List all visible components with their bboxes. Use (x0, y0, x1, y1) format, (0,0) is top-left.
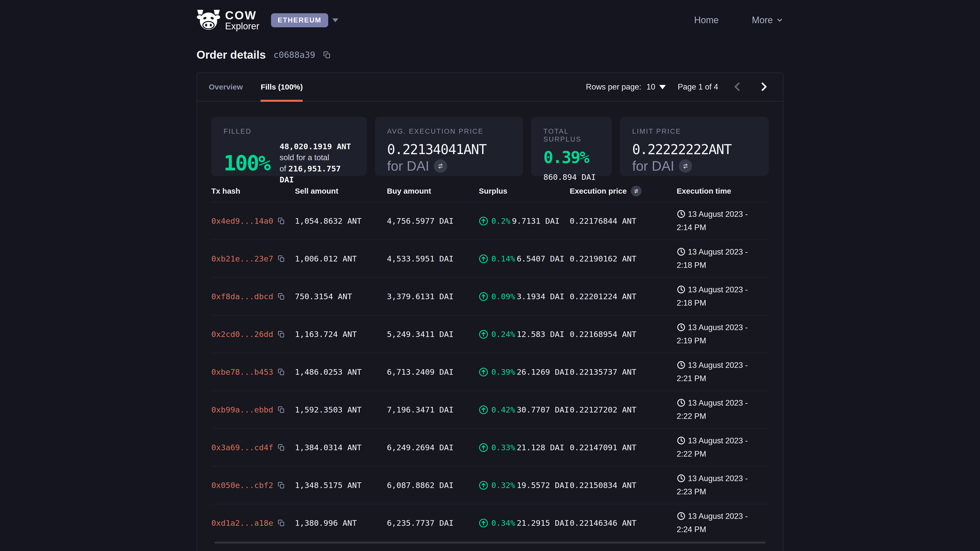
tx-hash-link[interactable]: 0x050e...cbf2 (211, 481, 273, 490)
rows-per-page-select[interactable]: 10 (646, 83, 666, 92)
surplus-cell: 0.42% 30.7707 DAI (479, 405, 570, 414)
surplus-percent: 0.39% (491, 367, 515, 376)
copy-tx-hash-button[interactable] (277, 444, 285, 451)
execution-price-invert-button[interactable] (631, 186, 641, 197)
total-surplus-card: TOTAL SURPLUS 0.39% 860.894 DAI (531, 117, 612, 176)
swap-icon (681, 162, 690, 170)
table-row: 0x3a69...cd4f 1,384.0314 ANT 6,249.2694 … (211, 428, 769, 466)
clock-icon (677, 474, 686, 486)
surplus-amount: 12.583 DAI (517, 330, 565, 339)
surplus-percent: 0.33% (491, 443, 515, 452)
order-details-panel: Overview Fills (100%) Rows per page: 10 … (197, 73, 783, 551)
table-row: 0x2cd0...26dd 1,163.724 ANT 5,249.3411 D… (211, 315, 769, 353)
surplus-amount: 30.7707 DAI (517, 405, 569, 414)
chevron-right-icon (758, 81, 770, 93)
tx-hash-link[interactable]: 0xbe78...b453 (211, 367, 273, 376)
clock-icon (677, 323, 686, 335)
top-navigation-bar: COW Explorer ETHEREUM Home More (197, 0, 783, 33)
surplus-amount: 19.5572 DAI (517, 481, 569, 490)
page-title: Order details (197, 48, 266, 61)
clock-icon (677, 285, 686, 297)
copy-tx-hash-button[interactable] (277, 368, 285, 376)
execution-price-cell: 0.22168954 ANT (570, 330, 676, 339)
page-indicator: Page 1 of 4 (678, 83, 718, 92)
execution-time-text: 13 August 2023 - 2:22 PM (677, 436, 748, 459)
tab-bar: Overview Fills (100%) Rows per page: 10 … (197, 73, 783, 102)
surplus-amount: 3.1934 DAI (517, 292, 565, 301)
rows-per-page-label: Rows per page: (586, 83, 641, 92)
nav-item-home[interactable]: Home (694, 15, 719, 25)
arrow-up-circle-icon (479, 481, 488, 490)
surplus-percent: 0.14% (491, 254, 515, 263)
sell-amount-cell: 1,486.0253 ANT (295, 367, 387, 376)
rows-per-page-value: 10 (646, 83, 655, 92)
copy-tx-hash-button[interactable] (277, 217, 285, 225)
table-row: 0xb99a...ebbd 1,592.3503 ANT 7,196.3471 … (211, 391, 769, 428)
surplus-cell: 0.2% 9.7131 DAI (479, 216, 570, 226)
avg-execution-price-card: AVG. EXECUTION PRICE 0.22134041ANT for D… (375, 117, 523, 176)
surplus-cell: 0.33% 21.128 DAI (479, 443, 570, 452)
sell-amount-cell: 1,348.5175 ANT (295, 481, 387, 490)
tab-fills[interactable]: Fills (100%) (261, 73, 303, 101)
copy-tx-hash-button[interactable] (277, 406, 285, 413)
copy-tx-hash-button[interactable] (277, 481, 285, 489)
clock-icon (677, 210, 686, 222)
logo-wordmark: COW Explorer (225, 9, 259, 31)
execution-time-text: 13 August 2023 - 2:18 PM (677, 285, 748, 308)
copy-icon (277, 330, 285, 338)
column-header-surplus: Surplus (479, 187, 570, 195)
pagination-controls: Rows per page: 10 Page 1 of 4 (586, 81, 771, 94)
copy-tx-hash-button[interactable] (277, 519, 285, 527)
copy-tx-hash-button[interactable] (277, 330, 285, 338)
previous-page-button[interactable] (730, 81, 745, 94)
copy-tx-hash-button[interactable] (277, 292, 285, 300)
surplus-amount: 21.128 DAI (517, 443, 565, 452)
execution-price-cell: 0.22127202 ANT (570, 405, 676, 414)
tx-hash-link[interactable]: 0xd1a2...a18e (211, 518, 273, 527)
execution-time-cell: 13 August 2023 - 2:23 PM (677, 473, 769, 498)
tx-hash-link[interactable]: 0x3a69...cd4f (211, 443, 273, 452)
clock-icon (677, 436, 686, 448)
horizontal-scrollbar[interactable] (215, 541, 765, 544)
column-header-tx-hash: Tx hash (211, 187, 295, 195)
copy-icon (277, 406, 285, 413)
copy-tx-hash-button[interactable] (277, 255, 285, 262)
page-title-row: Order details c0688a39 (197, 48, 783, 61)
filled-label: FILLED (224, 127, 355, 135)
surplus-percent: 0.34% (491, 518, 515, 527)
limit-price-card: LIMIT PRICE 0.22222222ANT for DAI (620, 117, 769, 176)
tx-hash-link[interactable]: 0xb99a...ebbd (211, 405, 273, 414)
tx-hash-link[interactable]: 0x4ed9...14a0 (211, 216, 273, 225)
tx-hash-link[interactable]: 0x2cd0...26dd (211, 330, 273, 339)
surplus-percent: 0.2% (491, 216, 511, 225)
cow-logo-icon (197, 9, 221, 31)
copy-order-hash-button[interactable] (323, 51, 331, 59)
limit-price-invert-button[interactable] (679, 159, 692, 173)
swap-icon (633, 188, 640, 194)
tab-overview[interactable]: Overview (209, 73, 243, 101)
network-selector[interactable]: ETHEREUM (271, 13, 339, 27)
table-row: 0xbe78...b453 1,486.0253 ANT 6,713.2409 … (211, 353, 769, 391)
tx-hash-link[interactable]: 0xf8da...dbcd (211, 292, 273, 301)
nav-item-more[interactable]: More (752, 15, 783, 25)
execution-time-cell: 13 August 2023 - 2:22 PM (677, 397, 769, 422)
copy-icon (323, 51, 331, 59)
fills-table-body: 0x4ed9...14a0 1,054.8632 ANT 4,756.5977 … (211, 202, 769, 541)
logo-subtitle: Explorer (225, 21, 259, 31)
buy-amount-cell: 6,087.8862 DAI (387, 481, 479, 490)
table-row: 0xd1a2...a18e 1,380.996 ANT 6,235.7737 D… (211, 504, 769, 541)
execution-time-text: 13 August 2023 - 2:21 PM (677, 361, 748, 383)
tx-hash-link[interactable]: 0xb21e...23e7 (211, 254, 273, 263)
execution-time-cell: 13 August 2023 - 2:24 PM (677, 510, 769, 536)
sell-amount-cell: 1,163.724 ANT (295, 330, 387, 339)
cow-explorer-logo[interactable]: COW Explorer (197, 9, 259, 31)
nav-more-label: More (752, 15, 773, 25)
avg-price-invert-button[interactable] (434, 159, 447, 173)
execution-time-text: 13 August 2023 - 2:24 PM (677, 512, 748, 534)
next-page-button[interactable] (756, 81, 771, 94)
surplus-amount: 21.2915 DAI (517, 518, 569, 527)
buy-amount-cell: 4,533.5951 DAI (387, 254, 479, 263)
order-hash: c0688a39 (273, 50, 315, 60)
network-badge[interactable]: ETHEREUM (271, 13, 328, 27)
filled-amounts: 48,020.1919 ANT sold for a total of 216,… (280, 141, 354, 186)
